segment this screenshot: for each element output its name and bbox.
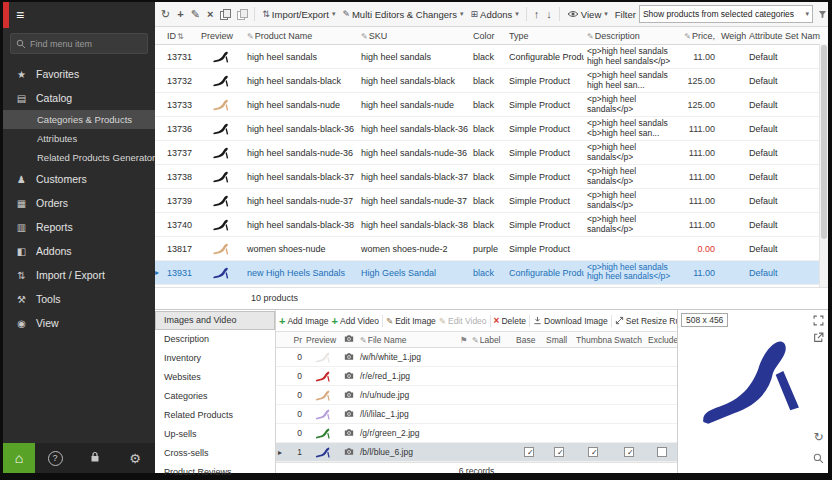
- copy-button[interactable]: [218, 8, 232, 21]
- hamburger-menu-icon[interactable]: ≡: [16, 7, 24, 23]
- product-row[interactable]: 13736high heel sandals-black-36high heel…: [155, 117, 828, 141]
- category-filter-select[interactable]: Show products from selected categories▾: [639, 5, 813, 23]
- fullscreen-icon[interactable]: [812, 314, 825, 327]
- sidebar-item-favorites[interactable]: ★Favorites: [3, 62, 155, 86]
- sidebar-item-categories-products[interactable]: Categories & Products: [3, 110, 155, 129]
- sidebar-item-customers[interactable]: ♟Customers: [3, 167, 155, 191]
- delete-image-button[interactable]: ×Delete: [494, 315, 526, 326]
- product-row[interactable]: 13738high heel sandals-black-37high heel…: [155, 165, 828, 189]
- image-row[interactable]: 0/n/u/nude.jpg: [276, 386, 677, 405]
- addons-menu[interactable]: ⊞Addons▾: [469, 8, 521, 21]
- image-row[interactable]: 0/l/i/lilac_1.jpg: [276, 405, 677, 424]
- row-expander[interactable]: ▸: [155, 268, 164, 277]
- tab-description[interactable]: Description: [155, 330, 275, 349]
- products-toolbar: ↻ + ✎ × ⇅Import/Export▾ ✎Multi Editors &…: [155, 2, 828, 27]
- tab-categories[interactable]: Categories: [155, 387, 275, 406]
- image-row[interactable]: 0/w/h/white_1.jpg: [276, 348, 677, 367]
- sidebar-item-attributes[interactable]: Attributes: [3, 129, 155, 148]
- base-checkbox[interactable]: ✓: [524, 447, 534, 457]
- delete-product-button[interactable]: ×: [205, 7, 215, 21]
- column-header-label[interactable]: ✎Label: [470, 335, 514, 345]
- sidebar-item-tools[interactable]: ⚒Tools: [3, 287, 155, 311]
- product-row[interactable]: 13732high heel sandals-blackhigh heel sa…: [155, 69, 828, 93]
- tab-related-products[interactable]: Related Products: [155, 406, 275, 425]
- store-icon[interactable]: ⌂: [3, 443, 35, 473]
- column-header-exclude[interactable]: Exclude: [646, 335, 677, 345]
- product-row[interactable]: 13733high heel sandals-nudehigh heel san…: [155, 93, 828, 117]
- copy-icon: [220, 9, 230, 20]
- tab-product-reviews[interactable]: Product Reviews: [155, 463, 275, 480]
- product-row[interactable]: ▸13931new High Heels SandalsHigh Geels S…: [155, 261, 828, 285]
- column-header-swatch[interactable]: Swatch: [612, 335, 646, 345]
- column-header-thumbnail[interactable]: Thumbnail: [574, 335, 612, 345]
- sidebar-item-orders[interactable]: ▦Orders: [3, 191, 155, 215]
- column-header-description[interactable]: ✎Description: [584, 31, 674, 41]
- column-header-sku[interactable]: ✎SKU: [358, 31, 470, 41]
- column-header-weight[interactable]: Weight: [718, 31, 746, 41]
- view-menu[interactable]: View▾: [565, 8, 610, 21]
- product-row[interactable]: 13739high heel sandals-nude-37high heel …: [155, 189, 828, 213]
- menu-search-box[interactable]: Find menu item: [10, 33, 148, 54]
- sidebar-item-related-products-generator[interactable]: Related Products Generator: [3, 148, 155, 167]
- sidebar-item-addons[interactable]: ◧Addons: [3, 239, 155, 263]
- product-row[interactable]: 13737high heel sandals-nude-36high heel …: [155, 141, 828, 165]
- pencil-icon: ✎: [386, 316, 393, 326]
- exclude-checkbox[interactable]: [657, 447, 667, 457]
- column-header-small[interactable]: Small: [544, 335, 574, 345]
- sidebar-item-catalog[interactable]: ▤Catalog: [3, 86, 155, 110]
- column-header-attribute-set-name[interactable]: Attribute Set Name: [746, 31, 820, 41]
- open-external-icon[interactable]: [812, 331, 825, 344]
- small-checkbox[interactable]: ✓: [554, 447, 564, 457]
- vertical-scrollbar[interactable]: [819, 44, 828, 287]
- sidebar-item-reports[interactable]: ▥Reports: [3, 215, 155, 239]
- thumbnail-checkbox[interactable]: ✓: [588, 447, 598, 457]
- help-icon[interactable]: ?: [35, 450, 75, 466]
- sort-descending-button[interactable]: ↓: [544, 7, 554, 21]
- image-row[interactable]: ▸1/b/l/blue_6.jpg✓✓✓✓: [276, 443, 677, 462]
- tab-websites[interactable]: Websites: [155, 368, 275, 387]
- column-header-preview[interactable]: Preview: [198, 31, 244, 41]
- column-header-preview[interactable]: Preview: [304, 335, 342, 345]
- add-product-button[interactable]: +: [175, 7, 185, 21]
- row-expander[interactable]: ▸: [276, 448, 284, 457]
- edit-product-button[interactable]: ✎: [189, 7, 202, 22]
- tab-up-sells[interactable]: Up-sells: [155, 425, 275, 444]
- cell-price: 125.00: [674, 100, 718, 110]
- refresh-preview-icon[interactable]: ↻: [812, 430, 825, 443]
- column-header-base[interactable]: Base: [514, 335, 544, 345]
- tab-cross-sells[interactable]: Cross-sells: [155, 444, 275, 463]
- image-row[interactable]: 0/r/e/red_1.jpg: [276, 367, 677, 386]
- image-row[interactable]: 0/g/r/green_2.jpg: [276, 424, 677, 443]
- add-video-button[interactable]: +Add Video: [332, 315, 380, 327]
- zoom-icon[interactable]: [812, 452, 825, 465]
- column-header-color[interactable]: Color: [470, 31, 506, 41]
- column-header-id[interactable]: ID⇅: [164, 31, 198, 41]
- tab-inventory[interactable]: Inventory: [155, 349, 275, 368]
- column-header-file-name[interactable]: ✎File Name: [358, 335, 458, 345]
- import-export-menu[interactable]: ⇅Import/Export▾: [260, 8, 337, 21]
- sidebar-item-import-export[interactable]: ⇅Import / Export: [3, 263, 155, 287]
- multi-editors-menu[interactable]: ✎Multi Editors & Changers▾: [340, 8, 465, 21]
- download-image-button[interactable]: Download Image: [533, 316, 608, 326]
- sidebar-item-view[interactable]: ◉View: [3, 311, 155, 335]
- column-header-priority[interactable]: Pr: [284, 335, 304, 345]
- tab-images-and-video[interactable]: Images and Video: [155, 311, 275, 330]
- product-row[interactable]: 13740high heel sandals-black-38high heel…: [155, 213, 828, 237]
- paste-button[interactable]: [235, 8, 249, 21]
- column-header-type[interactable]: Type: [506, 31, 584, 41]
- column-header-product-name[interactable]: ✎Product Name: [244, 31, 358, 41]
- scrollbar-thumb[interactable]: [821, 45, 827, 239]
- swatch-checkbox[interactable]: ✓: [624, 447, 634, 457]
- refresh-button[interactable]: ↻: [159, 7, 172, 22]
- sort-ascending-button[interactable]: ↑: [532, 7, 542, 21]
- filters-menu[interactable]: Filters▾: [816, 8, 828, 21]
- add-image-button[interactable]: +Add Image: [279, 315, 329, 327]
- set-resize-rule-button[interactable]: Set Resize Rule: [615, 316, 677, 326]
- product-row[interactable]: 13731high heel sandalshigh heel sandalsb…: [155, 45, 828, 69]
- product-row[interactable]: 13817women shoes-nudewomen shoes-nude-2p…: [155, 237, 828, 261]
- gear-icon[interactable]: ⚙: [115, 451, 155, 466]
- edit-image-button[interactable]: ✎Edit Image: [386, 316, 436, 326]
- lock-icon[interactable]: [75, 451, 115, 466]
- column-header-price[interactable]: ✎Price,: [674, 31, 718, 41]
- pencil-icon: ✎: [439, 316, 446, 326]
